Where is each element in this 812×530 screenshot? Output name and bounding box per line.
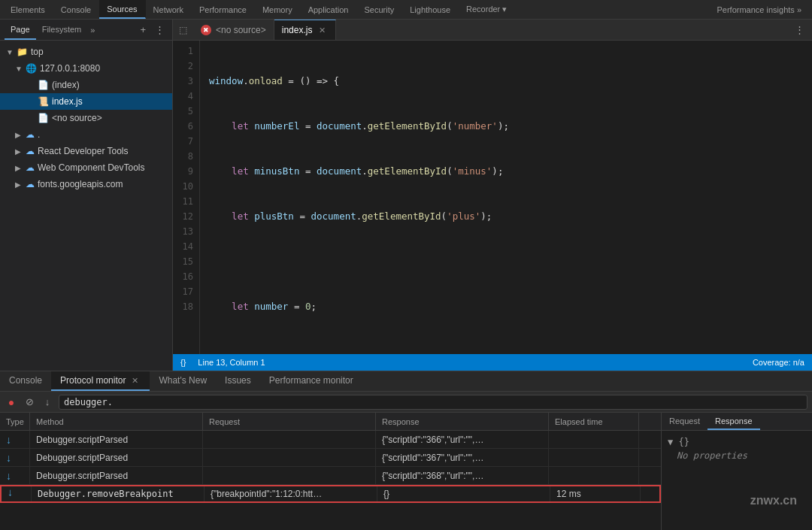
stop-recording-btn[interactable]: ● <box>5 395 18 409</box>
code-line-3: let minusBtn = document.getElementById('… <box>209 164 812 179</box>
bottom-tab-issues[interactable]: Issues <box>216 371 260 391</box>
row4-type-cell: ↑ <box>2 486 32 501</box>
row4-request-cell: {"brea​kpointId":"1:12:0:htt… <box>205 486 377 501</box>
status-cursor-position[interactable]: Line 13, Column 1 <box>198 358 265 367</box>
file-tree-item-web-component[interactable]: ▶ ☁ Web Component DevTools <box>0 159 172 176</box>
file-tree-item-react-devtools[interactable]: ▶ ☁ React Developer Tools <box>0 143 172 159</box>
editor-status-bar: {} Line 13, Column 1 Coverage: n/a <box>173 354 812 371</box>
tab-console[interactable]: Console <box>53 0 99 19</box>
download-btn[interactable]: ↓ <box>41 395 54 409</box>
tree-label-index-js: index.js <box>52 96 83 107</box>
editor-tab-more-action[interactable]: ⋮ <box>792 23 807 37</box>
code-content[interactable]: window.onload = () => { let numberEl = d… <box>200 41 812 354</box>
tab-elements[interactable]: Elements <box>3 0 53 19</box>
code-line-7 <box>209 344 812 354</box>
right-panel-content: ▼ {} No properties <box>662 431 812 530</box>
bottom-tab-performance-monitor[interactable]: Performance monitor <box>260 371 362 391</box>
sidebar-more-btn[interactable]: ⋮ <box>152 23 168 37</box>
editor-area: ⬚ ✖ <no source> index.js ✕ ⋮ 1 2 3 4 5 <box>173 20 812 371</box>
bottom-tabs: Console Protocol monitor ✕ What's New Is… <box>0 371 812 392</box>
protocol-left: Type Method Request Response Elapsed tim… <box>0 413 662 530</box>
tab-memory[interactable]: Memory <box>255 0 301 19</box>
tree-arrow-web-component: ▶ <box>15 164 24 172</box>
tab-lighthouse[interactable]: Lighthouse <box>402 0 459 19</box>
protocol-row[interactable]: ↓ Debugger.scriptParsed {"scriptId":"366… <box>0 431 661 449</box>
right-tab-request[interactable]: Request <box>662 413 707 430</box>
header-elapsed: Elapsed time <box>549 413 639 430</box>
code-line-1: window.onload = () => { <box>209 74 812 89</box>
tab-sources[interactable]: Sources <box>99 0 145 19</box>
row3-request-cell <box>203 467 376 484</box>
command-input[interactable] <box>59 395 807 410</box>
protocol-row[interactable]: ↓ Debugger.scriptParsed {"scriptId":"367… <box>0 449 661 467</box>
file-tree-item-dot[interactable]: ▶ ☁ . <box>0 126 172 143</box>
tree-label-react: React Developer Tools <box>38 146 129 156</box>
header-type: Type <box>0 413 30 430</box>
editor-tab-index-js[interactable]: index.js ✕ <box>274 20 337 40</box>
header-response: Response <box>376 413 549 430</box>
editor-tab-no-source[interactable]: ✖ <no source> <box>193 20 274 40</box>
cloud-icon-fonts: ☁ <box>26 179 35 189</box>
sidebar-top-bar: Page Filesystem » + ⋮ <box>0 20 172 41</box>
row4-method-input[interactable] <box>38 489 198 499</box>
tab-performance[interactable]: Performance <box>192 0 255 19</box>
tab-security[interactable]: Security <box>356 0 402 19</box>
row4-elapsed-cell: 12 ms <box>550 486 641 501</box>
protocol-row[interactable]: ↓ Debugger.scriptParsed {"scriptId":"368… <box>0 467 661 485</box>
sidebar-tab-more[interactable]: » <box>87 26 98 35</box>
row2-type-cell: ↓ <box>0 449 30 466</box>
bottom-tab-whats-new[interactable]: What's New <box>150 371 216 391</box>
row3-elapsed-cell <box>549 467 639 484</box>
right-tab-response[interactable]: Response <box>707 413 760 430</box>
file-tree-item-fonts[interactable]: ▶ ☁ fonts.googleapis.com <box>0 176 172 192</box>
file-tree-item-host[interactable]: ▼ 🌐 127.0.0.1:8080 <box>0 60 172 77</box>
code-line-2: let numberEl = document.getElementById('… <box>209 119 812 134</box>
row4-type-arrow: ↑ <box>8 488 13 500</box>
clear-btn[interactable]: ⊘ <box>23 395 36 409</box>
tab-network[interactable]: Network <box>146 0 192 19</box>
editor-tab-actions: ⋮ <box>787 23 812 37</box>
protocol-row-editing[interactable]: ↑ {"brea​kpointId":"1:12:0:htt… {} 12 m <box>0 485 661 503</box>
bottom-tab-protocol-monitor-close[interactable]: ✕ <box>129 375 141 386</box>
bottom-tab-console[interactable]: Console <box>0 371 51 391</box>
coverage-label: Coverage: n/a <box>753 358 804 367</box>
cloud-icon-dot: ☁ <box>26 129 35 140</box>
cursor-brace-icon: {} <box>180 358 186 367</box>
editor-pane-toggle[interactable]: ⬚ <box>173 20 193 40</box>
top-tabs-bar: Elements Console Sources Network Perform… <box>0 0 812 20</box>
row4-method-cell[interactable] <box>32 486 205 501</box>
code-line-6: let number = 0; <box>209 299 812 314</box>
tab-recorder[interactable]: Recorder ▾ <box>459 0 515 19</box>
sidebar-tab-filesystem[interactable]: Filesystem <box>36 20 88 40</box>
cursor-position-label: Line 13, Column 1 <box>198 358 265 367</box>
file-tree-item-top[interactable]: ▼ 📁 top <box>0 44 172 60</box>
sidebar-tab-page[interactable]: Page <box>5 20 36 40</box>
row3-type-cell: ↓ <box>0 467 30 484</box>
protocol-table-header: Type Method Request Response Elapsed tim… <box>0 413 661 431</box>
editor-tab-index-js-close[interactable]: ✕ <box>317 25 328 36</box>
protocol-monitor: ● ⊘ ↓ Type Method Request <box>0 392 812 530</box>
bottom-tab-protocol-monitor[interactable]: Protocol monitor ✕ <box>51 371 150 391</box>
status-cursor-icon[interactable]: {} <box>180 358 186 367</box>
editor-tab-index-js-label: index.js <box>282 25 313 35</box>
file-tree-item-index-js[interactable]: ▶ 📜 index.js <box>0 93 172 110</box>
sidebar-actions: + ⋮ <box>137 23 168 37</box>
file-tree-item-index-html[interactable]: ▶ 📄 (index) <box>0 77 172 93</box>
code-editor: 1 2 3 4 5 6 7 8 9 10 11 12 13 14 15 16 1… <box>173 41 812 354</box>
tree-arrow-fonts: ▶ <box>15 180 24 189</box>
tab-performance-insights[interactable]: Performance insights » <box>710 0 810 19</box>
sidebar-new-folder-btn[interactable]: + <box>137 23 149 37</box>
sidebar: Page Filesystem » + ⋮ ▼ 📁 top ▼ 🌐 127.0.… <box>0 20 173 371</box>
status-coverage: Coverage: n/a <box>753 358 804 367</box>
protocol-rows: ↓ Debugger.scriptParsed {"scriptId":"366… <box>0 431 661 530</box>
tab-error-icon: ✖ <box>201 25 211 35</box>
row1-request-cell <box>203 431 376 448</box>
row2-elapsed-cell <box>549 449 639 466</box>
tree-label-dot: . <box>38 129 40 140</box>
protocol-table-container: Type Method Request Response Elapsed tim… <box>0 413 812 530</box>
tree-arrow-dot: ▶ <box>15 131 24 139</box>
row1-type-arrow: ↓ <box>6 434 11 446</box>
tree-label-host: 127.0.0.1:8080 <box>40 63 100 74</box>
file-tree-item-no-source[interactable]: ▶ 📄 <no source> <box>0 110 172 126</box>
tab-application[interactable]: Application <box>301 0 357 19</box>
